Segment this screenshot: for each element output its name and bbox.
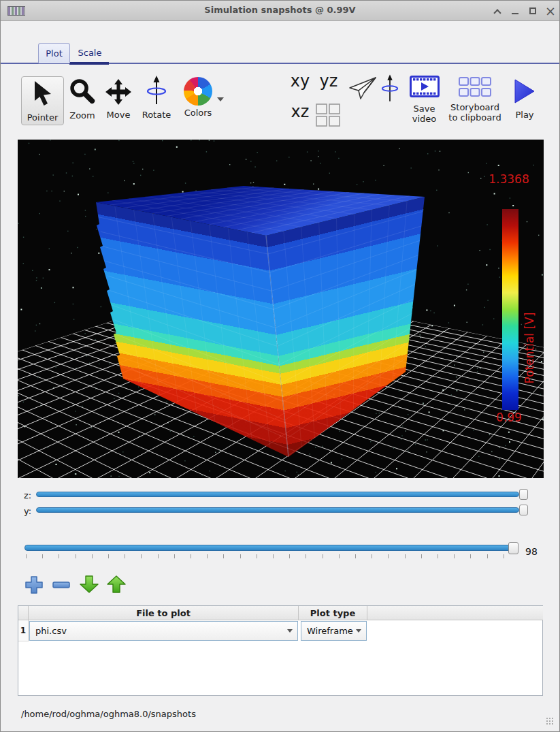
play-button[interactable]: Play [507, 79, 542, 120]
colors-button[interactable]: Colors [179, 77, 217, 118]
table-header-file[interactable]: File to plot [29, 606, 299, 620]
frame-value: 98 [525, 546, 538, 557]
tab-plot[interactable]: Plot [38, 43, 70, 63]
plus-icon [25, 576, 43, 594]
colorbar-axis-label: Potential [V] [523, 313, 536, 384]
save-video-button[interactable]: Save video [406, 76, 443, 124]
shade-window-button[interactable] [493, 6, 502, 16]
view-xy-button[interactable]: xy [288, 71, 312, 91]
frame-slider-handle[interactable] [508, 542, 518, 554]
play-label: Play [507, 110, 542, 120]
save-video-label-2: video [406, 114, 443, 124]
table-header-plot-type[interactable]: Plot type [299, 606, 367, 620]
play-icon [514, 79, 536, 104]
move-tool-button[interactable]: Move [101, 78, 136, 120]
view-xz-button[interactable]: xz [288, 102, 312, 121]
rotate-axis-small-icon [380, 74, 399, 104]
chevron-up-icon [493, 9, 501, 16]
rotate-tool-button[interactable]: Rotate [139, 76, 174, 120]
plot-type-arrow-icon [356, 629, 361, 633]
film-video-icon [410, 76, 440, 97]
tab-scale-label: Scale [78, 48, 102, 58]
minus-icon [52, 576, 70, 594]
xz-label: xz [291, 102, 310, 121]
frame-slider-ticks [26, 554, 520, 558]
green-down-arrow-icon [80, 575, 99, 593]
minimize-icon [512, 13, 518, 14]
paper-plane-icon [348, 76, 377, 101]
move-label: Move [101, 110, 136, 120]
pointer-tool-button[interactable]: Pointer [21, 76, 64, 125]
multi-view-button[interactable] [316, 104, 341, 129]
tab-scale[interactable]: Scale [71, 43, 109, 63]
file-select-combobox[interactable]: phi.csv [29, 621, 298, 641]
pointer-cursor-icon [30, 80, 56, 108]
status-path: /home/rod/oghma/oghma8.0/snapshots [21, 709, 196, 719]
rotate-label: Rotate [139, 110, 174, 120]
title-bar[interactable]: Simulation snapshots @ 0.99V × [1, 1, 559, 21]
resize-grip[interactable] [546, 717, 554, 725]
xy-label: xy [291, 71, 310, 91]
send-snapshot-button[interactable] [348, 76, 377, 103]
move-up-button[interactable] [107, 575, 126, 596]
remove-file-button[interactable] [52, 576, 70, 596]
status-bar: /home/rod/oghma/oghma8.0/snapshots [1, 697, 559, 732]
file-select-arrow-icon [287, 629, 293, 633]
table-header-filler [367, 606, 543, 620]
app-window: Simulation snapshots @ 0.99V × Plot Scal… [0, 0, 560, 732]
color-wheel-icon [184, 77, 212, 106]
colors-label: Colors [179, 108, 217, 118]
storyboard-grid-icon [459, 77, 491, 97]
pointer-label: Pointer [22, 112, 63, 123]
colorbar [502, 209, 518, 410]
tab-underline [69, 62, 109, 65]
colors-dropdown-arrow[interactable] [217, 97, 224, 101]
maximize-icon [529, 7, 536, 14]
file-table: File to plot Plot type 1 phi.csv Wirefra… [18, 605, 543, 696]
storyboard-button[interactable]: Storyboard to clipboard [448, 77, 501, 123]
yz-label: yz [320, 71, 338, 91]
move-arrows-icon [105, 78, 132, 106]
file-select-value: phi.csv [35, 626, 67, 636]
maximize-button[interactable] [528, 6, 538, 16]
colorbar-max-value: 1.3368 [489, 172, 529, 186]
storyboard-label-2: to clipboard [448, 112, 501, 123]
y-slider-handle[interactable] [519, 505, 528, 515]
z-slider-track[interactable] [36, 492, 519, 497]
green-up-arrow-icon [107, 575, 126, 593]
y-slider-label: y: [24, 506, 31, 516]
plot-type-value: Wireframe [307, 626, 353, 636]
add-file-button[interactable] [25, 576, 43, 596]
table-corner-header [18, 606, 29, 620]
view-yz-button[interactable]: yz [316, 71, 341, 91]
save-video-label-1: Save [406, 104, 443, 114]
storyboard-label-1: Storyboard [448, 102, 501, 112]
colorbar-min-value: 0.99 [496, 411, 522, 424]
zoom-tool-button[interactable]: Zoom [66, 78, 99, 121]
plot-type-combobox[interactable]: Wireframe [301, 621, 367, 641]
row-header-1[interactable]: 1 [18, 620, 29, 641]
z-slider-handle[interactable] [519, 489, 528, 500]
frame-slider-track[interactable] [24, 545, 516, 551]
grid-2x2-icon [316, 104, 341, 127]
window-title: Simulation snapshots @ 0.99V [1, 5, 559, 15]
y-slider-track[interactable] [36, 507, 519, 513]
rotate-axis-icon [146, 76, 167, 106]
tab-plot-label: Plot [46, 48, 63, 59]
close-icon: × [545, 6, 556, 16]
zoom-label: Zoom [66, 110, 99, 121]
magnifier-icon [69, 78, 96, 106]
minimize-button[interactable] [510, 6, 520, 16]
close-button[interactable]: × [546, 6, 555, 16]
z-slider-label: z: [24, 490, 31, 500]
rotate-view-button[interactable] [380, 74, 399, 106]
move-down-button[interactable] [80, 575, 99, 596]
3d-plot-view[interactable]: 1.3368 0.99 Potential [V] [18, 140, 544, 478]
